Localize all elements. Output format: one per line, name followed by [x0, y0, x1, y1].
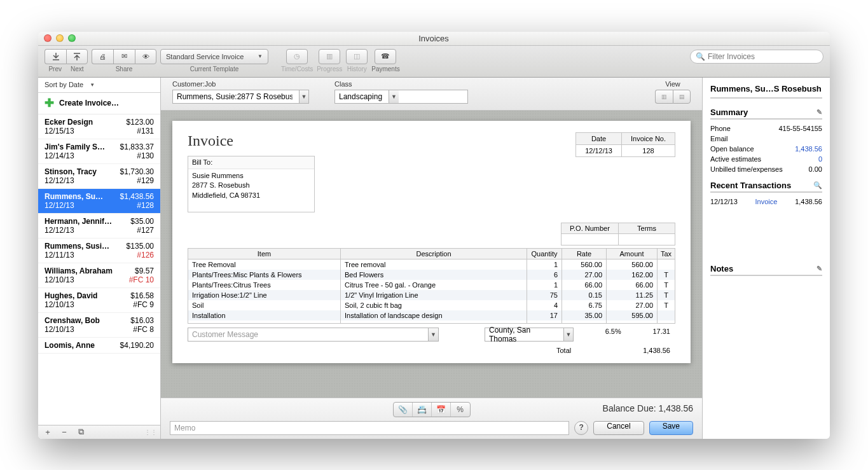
invoice-paper: Invoice Bill To: Susie Rummens 2877 S. R…	[172, 121, 691, 364]
prev-button[interactable]	[45, 49, 66, 64]
envelope-icon: ✉	[121, 52, 127, 60]
recent-header: Recent Transactions 🔍	[710, 181, 822, 193]
remove-button[interactable]: −	[57, 427, 71, 437]
invoice-list[interactable]: Ecker Design$123.00 12/15/13#131Jim's Fa…	[38, 114, 160, 425]
line-item-row[interactable]: Plants/Trees:Misc Plants & FlowersBed Fl…	[188, 270, 675, 280]
customer-label: Customer:Job	[172, 80, 309, 88]
duplicate-button[interactable]: ⧉	[74, 427, 88, 437]
edit-summary-button[interactable]: ✎	[816, 108, 822, 116]
titlebar: Invoices	[38, 32, 830, 46]
payments-icon: ☎	[381, 52, 390, 60]
chevron-down-icon: ▼	[428, 328, 438, 341]
customer-combo[interactable]: Rummens, Susie:2877 S Rosebush ▼	[172, 90, 309, 104]
invoice-list-item[interactable]: Hermann, Jennif…$35.00 12/12/13#127	[38, 214, 160, 238]
line-item-row[interactable]	[188, 321, 675, 324]
action-icons: 📎 📇 📅 %	[393, 402, 471, 417]
line-item-row[interactable]: Plants/Trees:Citrus TreesCitrus Tree - 5…	[188, 280, 675, 290]
percent-button[interactable]: %	[451, 403, 470, 417]
history-icon: ◫	[354, 52, 360, 60]
summary-panel: Rummens, Su…S Rosebush Summary ✎ Phone41…	[703, 78, 830, 439]
window-title: Invoices	[76, 34, 792, 43]
minimize-icon[interactable]	[56, 34, 64, 42]
line-item-row[interactable]: Tree RemovalTree removal1560.00560.00	[188, 259, 675, 270]
terms-field[interactable]: Terms	[618, 223, 675, 245]
invoice-list-item[interactable]: Williams, Abraham$9.57 12/10/13#FC 10	[38, 263, 160, 288]
print-button[interactable]: 🖨	[92, 49, 113, 64]
chevron-down-icon: ▼	[90, 82, 95, 88]
total-label: Total	[556, 347, 571, 354]
invoice-date-field[interactable]: 12/12/13	[576, 145, 621, 156]
progress-icon: ▥	[326, 52, 333, 60]
customer-message-combo[interactable]: Customer Message ▼	[188, 328, 439, 342]
recent-transaction-row[interactable]: 12/12/13 Invoice 1,438.56	[710, 197, 822, 207]
invoice-list-item[interactable]: Crenshaw, Bob$16.03 12/10/13#FC 8	[38, 313, 160, 338]
help-button[interactable]: ?	[574, 421, 588, 435]
edit-notes-button[interactable]: ✎	[816, 265, 822, 273]
save-button[interactable]: Save	[649, 421, 693, 435]
invoice-list-item[interactable]: Hughes, David$16.58 12/10/13#FC 9	[38, 288, 160, 313]
invoice-editor: Customer:Job Rummens, Susie:2877 S Roseb…	[161, 78, 703, 439]
invoice-sidebar: Sort by Date ▼ ✚ Create Invoice… Ecker D…	[38, 78, 161, 439]
time-costs-button[interactable]: ◷	[286, 49, 308, 64]
attach-button[interactable]: 📎	[394, 403, 413, 417]
eye-icon: 👁	[142, 53, 149, 60]
email-button[interactable]: ✉	[113, 49, 135, 64]
line-items-table[interactable]: Item Description Quantity Rate Amount Ta…	[188, 248, 675, 324]
clock-icon: ◷	[294, 52, 300, 60]
invoice-list-item[interactable]: Jim's Family S…$1,833.37 12/14/13#130	[38, 139, 160, 164]
sidebar-footer: + − ⧉ ⋮⋮	[38, 425, 160, 439]
calendar-button[interactable]: 📅	[432, 403, 451, 417]
invoice-number-field[interactable]: 128	[622, 145, 675, 156]
history-button[interactable]: ◫	[346, 49, 368, 64]
chevron-down-icon: ▼	[389, 90, 399, 103]
memo-field[interactable]: Memo	[170, 421, 569, 435]
customer-title: Rummens, Su…S Rosebush	[710, 84, 822, 93]
close-icon[interactable]	[44, 34, 52, 42]
invoice-list-item[interactable]: Rummens, Susi…$135.00 12/11/13#126	[38, 238, 160, 263]
summary-header: Summary ✎	[710, 107, 822, 120]
bill-to-box[interactable]: Bill To: Susie Rummens 2877 S. Rosebush …	[188, 156, 315, 213]
invoice-list-item[interactable]: Stinson, Tracy$1,730.30 12/12/13#129	[38, 164, 160, 189]
invoice-title: Invoice	[188, 132, 315, 149]
date-invno-box: Date 12/12/13 Invoice No. 128	[575, 132, 675, 157]
stamp-button[interactable]: 📇	[413, 403, 432, 417]
chevron-down-icon: ▼	[563, 328, 573, 341]
search-transactions-icon[interactable]: 🔍	[813, 181, 822, 190]
payments-button[interactable]: ☎	[375, 49, 396, 64]
sort-dropdown[interactable]: Sort by Date ▼	[38, 78, 160, 93]
invoice-list-item[interactable]: Loomis, Anne$4,190.20	[38, 338, 160, 354]
preview-button[interactable]: 👁	[135, 49, 156, 64]
window-controls	[44, 34, 76, 42]
tax-region-combo[interactable]: County, San Thomas ▼	[485, 328, 574, 342]
class-combo[interactable]: Landscaping ▼	[334, 90, 468, 104]
filter-search[interactable]: 🔍	[690, 50, 823, 64]
cancel-button[interactable]: Cancel	[593, 421, 644, 435]
view-list-button[interactable]: ▤	[673, 90, 691, 104]
create-invoice-button[interactable]: ✚ Create Invoice…	[38, 93, 160, 114]
total-amount: 1,438.56	[643, 347, 670, 354]
zoom-icon[interactable]	[68, 34, 76, 42]
search-icon: 🔍	[696, 52, 705, 61]
chevron-down-icon: ▼	[258, 53, 263, 59]
line-item-row[interactable]: Irrigation Hose:1/2" Line1/2" Vinyl Irri…	[188, 290, 675, 300]
open-balance-link[interactable]: 1,438.56	[795, 145, 822, 153]
line-item-row[interactable]: SoilSoil, 2 cubic ft bag46.7527.00T	[188, 300, 675, 310]
line-item-row[interactable]: InstallationInstallation of landscape de…	[188, 310, 675, 321]
search-input[interactable]	[708, 52, 818, 61]
view-toggle: ▥ ▤	[655, 90, 691, 104]
add-button[interactable]: +	[41, 427, 55, 437]
tax-percent: 6.5%	[605, 328, 621, 342]
plus-icon: ✚	[45, 96, 54, 110]
progress-button[interactable]: ▥	[319, 49, 340, 64]
invoices-window: Invoices PrevNext 🖨 ✉ 👁 Share Standard S…	[38, 32, 830, 439]
active-estimates-link[interactable]: 0	[818, 155, 822, 163]
po-number-field[interactable]: P.O. Number	[561, 223, 618, 245]
invoice-list-item[interactable]: Rummens, Su…$1,438.56 12/12/13#128	[38, 189, 160, 214]
resize-handle[interactable]: ⋮⋮	[144, 429, 158, 436]
template-dropdown[interactable]: Standard Service Invoice ▼	[160, 49, 268, 64]
toolbar: PrevNext 🖨 ✉ 👁 Share Standard Service In…	[38, 46, 830, 78]
notes-header: Notes ✎	[710, 264, 822, 276]
view-form-button[interactable]: ▥	[655, 90, 673, 104]
invoice-list-item[interactable]: Ecker Design$123.00 12/15/13#131	[38, 114, 160, 139]
next-button[interactable]	[66, 49, 88, 64]
